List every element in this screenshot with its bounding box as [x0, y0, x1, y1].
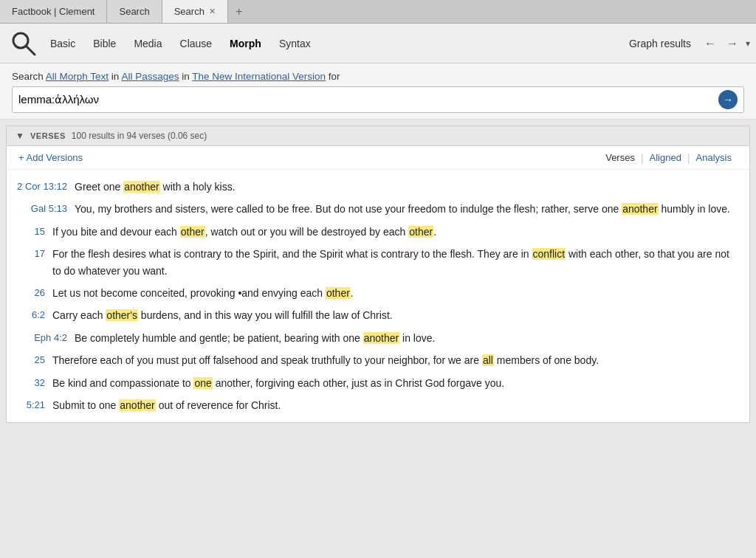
- nav-tabs: Basic Bible Media Clause Morph Syntax: [41, 33, 623, 54]
- table-row: Gal 5:13You, my brothers and sisters, we…: [7, 198, 749, 220]
- verse-text: You, my brothers and sisters, were calle…: [75, 201, 740, 217]
- graph-results-button[interactable]: Graph results: [623, 35, 697, 52]
- search-input[interactable]: [18, 94, 718, 106]
- verse-text: Greet one another with a holy kiss.: [75, 179, 740, 195]
- tab-bible[interactable]: Bible: [84, 33, 125, 54]
- tab-syntax[interactable]: Syntax: [270, 33, 320, 54]
- tab-close-icon[interactable]: ✕: [209, 7, 216, 16]
- verse-text: Therefore each of you must put off false…: [52, 352, 740, 368]
- verse-ref[interactable]: 26: [16, 285, 52, 301]
- tab-clause[interactable]: Clause: [171, 33, 221, 54]
- tab-search2-active[interactable]: Search ✕: [162, 0, 228, 23]
- results-count: 100 results in 94 verses (0.06 sec): [72, 131, 207, 141]
- passage-link[interactable]: All Passages: [121, 71, 179, 82]
- table-row: 5:21Submit to one another out of reveren…: [7, 394, 749, 416]
- verse-text: Carry each other's burdens, and in this …: [52, 307, 740, 323]
- view-tabs: Verses | Aligned | Analysis: [599, 151, 738, 165]
- view-tab-verses[interactable]: Verses: [599, 151, 641, 165]
- table-row: 17For the flesh desires what is contrary…: [7, 243, 749, 282]
- tab-morph[interactable]: Morph: [221, 33, 270, 54]
- verse-list: 2 Cor 13:12Greet one another with a holy…: [7, 170, 749, 422]
- tab-bar: Factbook | Clement Search Search ✕ +: [0, 0, 756, 24]
- nav-dropdown-icon[interactable]: ▾: [746, 38, 750, 49]
- app-header: Basic Bible Media Clause Morph Syntax Gr…: [0, 24, 756, 63]
- verse-ref[interactable]: 15: [16, 224, 52, 240]
- header-right: Graph results ← → ▾: [623, 35, 750, 52]
- verse-ref[interactable]: 17: [16, 246, 52, 279]
- verse-text: Let us not become conceited, provoking •…: [52, 285, 740, 301]
- table-row: 15If you bite and devour each other, wat…: [7, 221, 749, 243]
- results-toggle[interactable]: ▼: [16, 131, 24, 141]
- tab-add-button[interactable]: +: [228, 0, 250, 23]
- table-row: Eph 4:2Be completely humble and gentle; …: [7, 327, 749, 349]
- table-row: 32Be kind and compassionate to one anoth…: [7, 372, 749, 394]
- search-description: Search All Morph Text in All Passages in…: [12, 71, 744, 82]
- table-row: 2 Cor 13:12Greet one another with a holy…: [7, 176, 749, 198]
- verse-text: Submit to one another out of reverence f…: [52, 397, 740, 413]
- forward-button[interactable]: →: [724, 35, 741, 52]
- table-row: 25Therefore each of you must put off fal…: [7, 349, 749, 371]
- version-link[interactable]: The New International Version: [192, 71, 326, 82]
- search-input-row: [12, 86, 744, 113]
- results-header: ▼ VERSES 100 results in 94 verses (0.06 …: [7, 126, 749, 146]
- tab-search1[interactable]: Search: [107, 0, 162, 23]
- verse-ref[interactable]: Gal 5:13: [16, 201, 75, 217]
- results-area: ▼ VERSES 100 results in 94 verses (0.06 …: [6, 125, 750, 423]
- tab-factbook[interactable]: Factbook | Clement: [0, 0, 107, 23]
- svg-line-1: [27, 46, 35, 55]
- view-tab-aligned[interactable]: Aligned: [644, 151, 687, 165]
- tab-basic[interactable]: Basic: [41, 33, 84, 54]
- verse-ref[interactable]: 5:21: [16, 397, 52, 413]
- search-icon: [6, 26, 41, 61]
- verse-ref[interactable]: 32: [16, 375, 52, 391]
- results-toolbar: + Add Versions Verses | Aligned | Analys…: [7, 146, 749, 170]
- main-content: ▼ VERSES 100 results in 94 verses (0.06 …: [0, 120, 756, 558]
- results-section-label: VERSES: [30, 131, 66, 140]
- verse-text: For the flesh desires what is contrary t…: [52, 246, 740, 279]
- scope-link[interactable]: All Morph Text: [46, 71, 109, 82]
- verse-text: Be kind and compassionate to one another…: [52, 375, 740, 391]
- view-tab-analysis[interactable]: Analysis: [690, 151, 738, 165]
- verse-ref[interactable]: Eph 4:2: [16, 330, 75, 346]
- table-row: 26Let us not become conceited, provoking…: [7, 282, 749, 304]
- tab-media[interactable]: Media: [125, 33, 171, 54]
- verse-ref[interactable]: 6:2: [16, 307, 52, 323]
- verse-ref[interactable]: 2 Cor 13:12: [16, 179, 75, 195]
- search-form: Search All Morph Text in All Passages in…: [0, 63, 756, 120]
- verse-text: Be completely humble and gentle; be pati…: [75, 330, 740, 346]
- search-go-button[interactable]: [718, 90, 738, 109]
- table-row: 6:2Carry each other's burdens, and in th…: [7, 304, 749, 326]
- verse-text: If you bite and devour each other, watch…: [52, 224, 740, 240]
- verse-ref[interactable]: 25: [16, 352, 52, 368]
- back-button[interactable]: ←: [701, 35, 719, 52]
- add-versions-button[interactable]: + Add Versions: [18, 152, 599, 163]
